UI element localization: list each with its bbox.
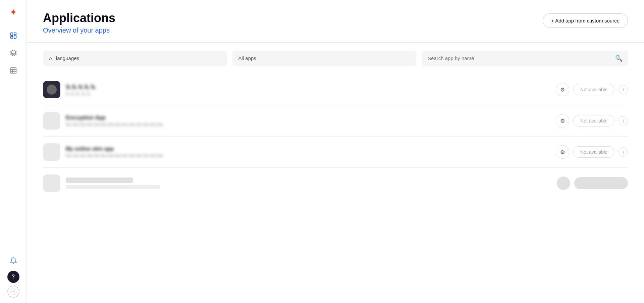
app-settings-button[interactable]: ⚙ <box>556 145 569 159</box>
info-icon: i <box>623 118 624 123</box>
apps-filter[interactable]: All apps <box>232 51 417 66</box>
app-actions: ⚙ Not available i <box>556 145 628 159</box>
app-desc-placeholder <box>66 185 160 189</box>
app-actions <box>557 176 628 190</box>
status-btn-placeholder <box>574 177 628 189</box>
app-info-button[interactable]: i <box>619 147 628 157</box>
add-app-button[interactable]: + Add app from custom source <box>543 13 628 28</box>
app-name: My online skin app <box>66 146 550 152</box>
settings-dots-button[interactable] <box>7 286 19 298</box>
gear-icon: ⚙ <box>560 118 565 124</box>
table-row: Encryption App bla bla bla bla bla bla b… <box>43 105 628 137</box>
add-app-label: + Add app from custom source <box>551 18 620 23</box>
app-status-button[interactable]: Not available <box>573 146 614 158</box>
svg-rect-0 <box>10 33 12 36</box>
sidebar-item-layers[interactable] <box>6 46 21 60</box>
svg-point-12 <box>14 291 15 292</box>
svg-rect-2 <box>14 35 16 38</box>
main-content: Applications Overview of your apps + Add… <box>27 0 644 303</box>
info-icon: i <box>623 87 624 92</box>
status-label: Not available <box>580 149 607 155</box>
svg-rect-3 <box>10 37 12 39</box>
gear-icon: ⚙ <box>560 149 565 155</box>
header-titles: Applications Overview of your apps <box>43 11 115 34</box>
app-info-button[interactable]: i <box>619 116 628 125</box>
svg-point-11 <box>11 291 12 292</box>
app-list: بلا بلا بلا بلا بلا بلا بلا بلا بلا بلا … <box>27 74 644 303</box>
avatar <box>43 112 60 130</box>
table-row <box>43 168 628 199</box>
avatar <box>43 143 60 161</box>
search-container: 🔍 <box>422 51 628 66</box>
app-description: bla bla bla bla bla bla bla bla bla bla … <box>66 122 550 127</box>
avatar <box>43 174 60 192</box>
app-name: Encryption App <box>66 115 550 121</box>
language-filter[interactable]: All languages <box>43 51 227 66</box>
svg-rect-1 <box>14 33 16 35</box>
gear-icon: ⚙ <box>560 87 565 93</box>
app-actions: ⚙ Not available i <box>556 83 628 96</box>
app-info: Encryption App bla bla bla bla bla bla b… <box>66 115 550 127</box>
avatar <box>43 81 60 98</box>
app-info-button[interactable]: i <box>619 85 628 94</box>
sidebar-item-notifications[interactable] <box>6 253 21 268</box>
sidebar-bottom: ? <box>6 253 21 298</box>
app-settings-button[interactable]: ⚙ <box>556 114 569 128</box>
app-description: بلا بلا بلا بلا بلا <box>66 91 550 96</box>
app-info: My online skin app bla bla bla bla bla b… <box>66 146 550 158</box>
search-input[interactable] <box>422 51 628 66</box>
app-name: بلا بلا بلا بلا بلا <box>66 84 550 90</box>
filters-bar: All languages All apps 🔍 <box>27 43 644 74</box>
sidebar-item-pages[interactable] <box>6 28 21 43</box>
app-description: bla bla bla bla bla bla bla bla bla bla … <box>66 153 550 158</box>
svg-rect-5 <box>10 68 16 73</box>
table-row: My online skin app bla bla bla bla bla b… <box>43 137 628 168</box>
page-subtitle: Overview of your apps <box>43 27 115 34</box>
gear-btn-placeholder <box>557 176 570 190</box>
status-label: Not available <box>580 87 607 92</box>
logo-icon: ✦ <box>9 7 17 18</box>
app-status-button[interactable]: Not available <box>573 115 614 127</box>
logo[interactable]: ✦ <box>7 5 20 19</box>
page-title: Applications <box>43 11 115 25</box>
app-status-button[interactable]: Not available <box>573 84 614 95</box>
svg-point-10 <box>13 291 14 292</box>
sidebar-item-reports[interactable] <box>6 63 21 78</box>
info-icon: i <box>623 150 624 155</box>
app-name-placeholder <box>66 178 133 183</box>
sidebar: ✦ ? <box>0 0 27 303</box>
help-button[interactable]: ? <box>7 271 19 283</box>
app-settings-button[interactable]: ⚙ <box>556 83 569 96</box>
app-actions: ⚙ Not available i <box>556 114 628 128</box>
app-info <box>66 178 551 189</box>
table-row: بلا بلا بلا بلا بلا بلا بلا بلا بلا بلا … <box>43 74 628 105</box>
page-header: Applications Overview of your apps + Add… <box>27 0 644 43</box>
app-info: بلا بلا بلا بلا بلا بلا بلا بلا بلا بلا <box>66 84 550 96</box>
status-label: Not available <box>580 118 607 123</box>
